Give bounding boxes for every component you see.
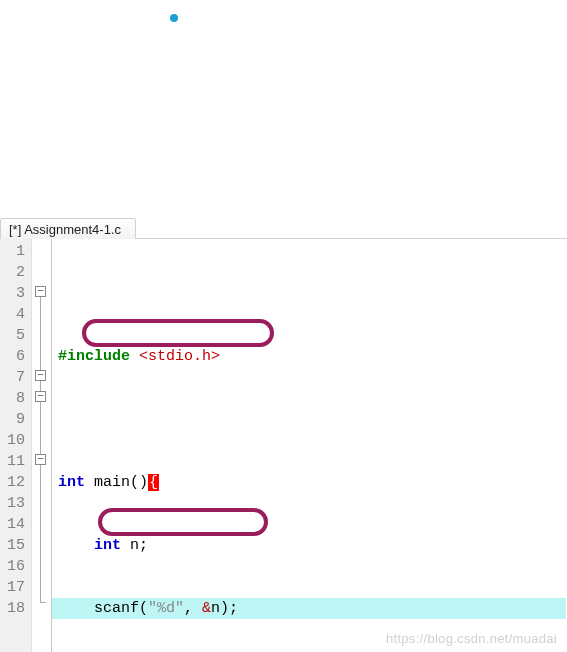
line-number: 5 (4, 325, 25, 346)
fold-toggle-icon[interactable]: − (35, 286, 46, 297)
code-editor[interactable]: 1 2 3 4 5 6 7 8 9 10 11 12 13 14 15 16 1… (0, 239, 567, 652)
line-number: 11 (4, 451, 25, 472)
watermark-text: https://blog.csdn.net/muadai (386, 631, 557, 646)
fold-column: − − − − (32, 239, 52, 652)
tab-bar: [*] Assignment4-1.c (0, 215, 567, 239)
line-number: 1 (4, 241, 25, 262)
code-line: #include <stdio.h> (58, 346, 567, 367)
line-number: 15 (4, 535, 25, 556)
line-number: 8 (4, 388, 25, 409)
line-number: 16 (4, 556, 25, 577)
line-number: 4 (4, 304, 25, 325)
code-line: int main(){ (58, 472, 567, 493)
line-number: 2 (4, 262, 25, 283)
fold-guide-line (40, 297, 41, 602)
line-number: 14 (4, 514, 25, 535)
annotation-circle (82, 319, 274, 347)
code-line: int n; (58, 535, 567, 556)
line-number: 6 (4, 346, 25, 367)
breakpoint-marker (170, 14, 178, 22)
code-line (58, 409, 567, 430)
line-number: 7 (4, 367, 25, 388)
line-number: 12 (4, 472, 25, 493)
file-tab[interactable]: [*] Assignment4-1.c (0, 218, 136, 239)
fold-toggle-icon[interactable]: − (35, 370, 46, 381)
line-number-gutter: 1 2 3 4 5 6 7 8 9 10 11 12 13 14 15 16 1… (0, 239, 32, 652)
fold-toggle-icon[interactable]: − (35, 391, 46, 402)
editor-top-whitespace (0, 0, 567, 215)
code-line: scanf("%d", &n); (58, 598, 567, 619)
line-number: 3 (4, 283, 25, 304)
line-number: 18 (4, 598, 25, 619)
fold-toggle-icon[interactable]: − (35, 454, 46, 465)
annotation-circle (98, 508, 268, 536)
line-number: 10 (4, 430, 25, 451)
code-text-area[interactable]: #include <stdio.h> int main(){ int n; sc… (52, 239, 567, 652)
line-number: 9 (4, 409, 25, 430)
line-number: 17 (4, 577, 25, 598)
line-number: 13 (4, 493, 25, 514)
fold-end-icon (40, 602, 46, 603)
